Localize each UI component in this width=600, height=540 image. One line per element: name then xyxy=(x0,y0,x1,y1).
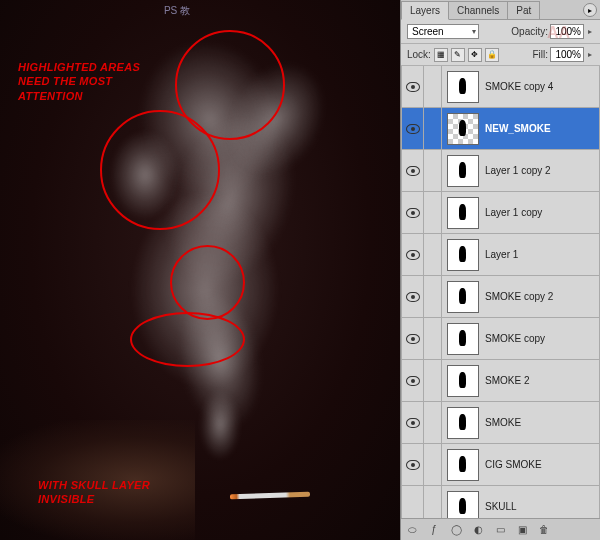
document-canvas[interactable]: HIGHLIGHTED AREAS NEED THE MOST ATTENTIO… xyxy=(0,0,400,540)
layer-visibility-toggle[interactable] xyxy=(402,234,424,275)
eye-icon xyxy=(406,124,420,134)
delete-layer-icon[interactable]: 🗑 xyxy=(537,523,551,537)
watermark-top: PS 教 xyxy=(164,4,190,18)
layer-mask-icon[interactable]: ◯ xyxy=(449,523,463,537)
layer-row[interactable]: CIG SMOKE xyxy=(401,444,600,486)
layers-panel: ▸ AA Layers Channels Pat Screen Opacity:… xyxy=(400,0,600,540)
layer-name-label[interactable]: SMOKE xyxy=(483,417,521,428)
layer-link-col[interactable] xyxy=(424,192,442,233)
layer-thumbnail[interactable] xyxy=(447,71,479,103)
layer-name-label[interactable]: Layer 1 copy xyxy=(483,207,542,218)
layer-row[interactable]: SKULL xyxy=(401,486,600,518)
layer-link-col[interactable] xyxy=(424,66,442,107)
eye-icon xyxy=(406,250,420,260)
new-layer-icon[interactable]: ▣ xyxy=(515,523,529,537)
eye-icon xyxy=(406,334,420,344)
opacity-chevron-icon[interactable]: ▸ xyxy=(586,27,594,36)
layers-list[interactable]: SMOKE copy 4NEW_SMOKELayer 1 copy 2Layer… xyxy=(401,66,600,518)
layer-name-label[interactable]: NEW_SMOKE xyxy=(483,123,551,134)
eye-icon xyxy=(406,208,420,218)
layer-link-col[interactable] xyxy=(424,402,442,443)
watermark-overlay: AA xyxy=(547,24,570,42)
layer-visibility-toggle[interactable] xyxy=(402,486,424,518)
layer-name-label[interactable]: SMOKE copy 2 xyxy=(483,291,553,302)
layer-row[interactable]: SMOKE copy 2 xyxy=(401,276,600,318)
panel-menu-button[interactable]: ▸ xyxy=(583,3,597,17)
layer-link-col[interactable] xyxy=(424,276,442,317)
layer-link-col[interactable] xyxy=(424,318,442,359)
tab-paths[interactable]: Pat xyxy=(507,1,540,19)
layer-thumbnail[interactable] xyxy=(447,113,479,145)
layer-row[interactable]: Layer 1 copy xyxy=(401,192,600,234)
layer-name-label[interactable]: SMOKE copy xyxy=(483,333,545,344)
layer-visibility-toggle[interactable] xyxy=(402,276,424,317)
layer-visibility-toggle[interactable] xyxy=(402,360,424,401)
lock-brush-icon[interactable]: ✎ xyxy=(451,48,465,62)
layer-link-col[interactable] xyxy=(424,150,442,191)
layer-row[interactable]: Layer 1 xyxy=(401,234,600,276)
link-layers-icon[interactable]: ⬭ xyxy=(405,523,419,537)
eye-icon xyxy=(406,166,420,176)
layer-thumbnail[interactable] xyxy=(447,323,479,355)
eye-icon xyxy=(406,460,420,470)
layer-row[interactable]: SMOKE copy 4 xyxy=(401,66,600,108)
layer-name-label[interactable]: Layer 1 copy 2 xyxy=(483,165,551,176)
eye-icon xyxy=(406,418,420,428)
layer-link-col[interactable] xyxy=(424,360,442,401)
layer-thumbnail[interactable] xyxy=(447,449,479,481)
tab-layers[interactable]: Layers xyxy=(401,1,449,20)
lock-move-icon[interactable]: ✥ xyxy=(468,48,482,62)
layer-thumbnail[interactable] xyxy=(447,491,479,519)
panel-status-bar: ⬭ ƒ ◯ ◐ ▭ ▣ 🗑 xyxy=(401,518,600,540)
layer-link-col[interactable] xyxy=(424,234,442,275)
layer-name-label[interactable]: Layer 1 xyxy=(483,249,518,260)
layer-thumbnail[interactable] xyxy=(447,155,479,187)
layer-visibility-toggle[interactable] xyxy=(402,402,424,443)
fill-label: Fill: xyxy=(532,49,548,60)
lock-transparency-icon[interactable]: ▦ xyxy=(434,48,448,62)
layer-visibility-toggle[interactable] xyxy=(402,66,424,107)
layer-visibility-toggle[interactable] xyxy=(402,192,424,233)
tab-channels[interactable]: Channels xyxy=(448,1,508,19)
layer-name-label[interactable]: SKULL xyxy=(483,501,517,512)
layer-group-icon[interactable]: ▭ xyxy=(493,523,507,537)
fill-input[interactable]: 100% xyxy=(550,47,584,62)
layer-name-label[interactable]: SMOKE 2 xyxy=(483,375,529,386)
layer-row[interactable]: NEW_SMOKE xyxy=(401,108,600,150)
cigarette xyxy=(230,492,310,500)
eye-icon xyxy=(406,82,420,92)
layer-name-label[interactable]: SMOKE copy 4 xyxy=(483,81,553,92)
adjustment-layer-icon[interactable]: ◐ xyxy=(471,523,485,537)
lock-fill-row: Lock: ▦ ✎ ✥ 🔒 Fill: 100% ▸ xyxy=(401,44,600,66)
annotation-text-bottom: WITH SKULL LAYER INVISIBLE xyxy=(38,478,168,507)
layer-link-col[interactable] xyxy=(424,486,442,518)
layer-row[interactable]: SMOKE copy xyxy=(401,318,600,360)
blend-opacity-row: Screen Opacity: 100% ▸ xyxy=(401,20,600,44)
lock-label: Lock: xyxy=(407,49,431,60)
layer-visibility-toggle[interactable] xyxy=(402,444,424,485)
layer-thumbnail[interactable] xyxy=(447,281,479,313)
blend-mode-select[interactable]: Screen xyxy=(407,24,479,39)
opacity-label: Opacity: xyxy=(511,26,548,37)
layer-link-col[interactable] xyxy=(424,108,442,149)
blend-mode-value: Screen xyxy=(412,26,444,37)
layer-style-icon[interactable]: ƒ xyxy=(427,523,441,537)
layer-visibility-toggle[interactable] xyxy=(402,150,424,191)
layer-row[interactable]: Layer 1 copy 2 xyxy=(401,150,600,192)
layer-link-col[interactable] xyxy=(424,444,442,485)
annotation-text-top: HIGHLIGHTED AREAS NEED THE MOST ATTENTIO… xyxy=(18,60,148,103)
layer-thumbnail[interactable] xyxy=(447,239,479,271)
highlight-circle xyxy=(130,312,245,367)
eye-icon xyxy=(406,376,420,386)
layer-thumbnail[interactable] xyxy=(447,197,479,229)
layer-thumbnail[interactable] xyxy=(447,407,479,439)
layer-name-label[interactable]: CIG SMOKE xyxy=(483,459,542,470)
eye-icon xyxy=(406,292,420,302)
fill-chevron-icon[interactable]: ▸ xyxy=(586,50,594,59)
layer-visibility-toggle[interactable] xyxy=(402,108,424,149)
layer-row[interactable]: SMOKE 2 xyxy=(401,360,600,402)
layer-thumbnail[interactable] xyxy=(447,365,479,397)
lock-all-icon[interactable]: 🔒 xyxy=(485,48,499,62)
layer-row[interactable]: SMOKE xyxy=(401,402,600,444)
layer-visibility-toggle[interactable] xyxy=(402,318,424,359)
